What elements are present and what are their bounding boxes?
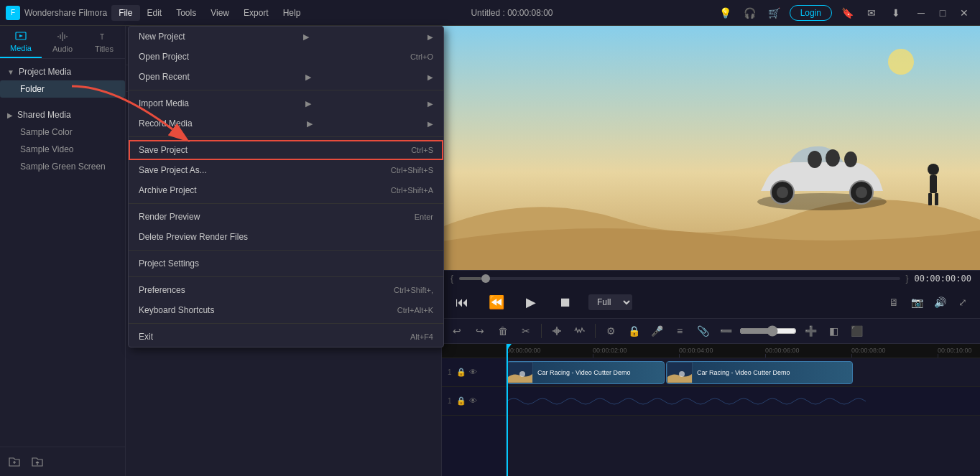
delete-button[interactable]: 🗑 bbox=[494, 322, 512, 340]
mic-icon[interactable]: 🎤 bbox=[647, 322, 666, 340]
track-label-video: 1 🔒 👁 bbox=[442, 358, 506, 387]
zoom-select[interactable]: Full 75% 50% 25% bbox=[588, 294, 632, 310]
video-track-1: Car Racing - Video Cutter Demo bbox=[507, 358, 980, 387]
tab-titles-label: Titles bbox=[95, 45, 114, 53]
add-folder-icon[interactable] bbox=[6, 453, 23, 470]
menu-save-project-as[interactable]: Save Project As... Ctrl+Shift+S bbox=[129, 160, 443, 180]
lock-icon[interactable]: 🔒 bbox=[624, 322, 643, 340]
menu-project-settings[interactable]: Project Settings bbox=[129, 253, 443, 274]
fit-icon[interactable]: ◧ bbox=[824, 322, 843, 340]
snap-icon[interactable] bbox=[547, 322, 566, 340]
minus-icon[interactable]: ➖ bbox=[716, 322, 735, 340]
export-folder-icon[interactable] bbox=[29, 453, 46, 470]
svg-point-13 bbox=[856, 187, 867, 198]
menu-save-project[interactable]: Save Project Ctrl+S bbox=[129, 140, 443, 160]
clip-thumb-2 bbox=[667, 362, 693, 383]
menu-keyboard-shortcuts[interactable]: Keyboard Shortcuts Ctrl+Alt+K bbox=[129, 300, 443, 320]
preview-add-icon[interactable]: 🖥 bbox=[885, 294, 902, 311]
track-audio-eye-icon[interactable]: 👁 bbox=[469, 396, 477, 406]
preview-timeline-slider[interactable] bbox=[459, 277, 900, 280]
fullscreen-icon[interactable]: ⤢ bbox=[954, 294, 971, 311]
mail-icon[interactable]: ✉ bbox=[862, 4, 881, 22]
tab-media[interactable]: Media bbox=[0, 26, 42, 58]
minimize-button[interactable]: ─ bbox=[911, 3, 931, 23]
project-media-label: Project Media bbox=[19, 67, 71, 77]
menu-edit[interactable]: Edit bbox=[140, 5, 170, 21]
shared-media-arrow: ▶ bbox=[7, 111, 13, 119]
window-controls: ─ □ ✕ bbox=[911, 3, 974, 23]
clip-thumb-svg-1 bbox=[508, 363, 532, 383]
plus-icon[interactable]: ➕ bbox=[801, 322, 820, 340]
tab-audio[interactable]: Audio bbox=[42, 26, 83, 58]
menu-exit[interactable]: Exit Alt+F4 bbox=[129, 327, 443, 347]
track-eye-icon[interactable]: 👁 bbox=[469, 368, 477, 377]
controls-bar: { } 00:00:00:00 ⏮ ⏪ ▶ ⏹ Full 75% 50% 25% bbox=[442, 270, 980, 319]
zoom-slider[interactable] bbox=[739, 325, 797, 337]
close-button[interactable]: ✕ bbox=[954, 3, 974, 23]
tab-titles[interactable]: T Titles bbox=[83, 26, 125, 58]
nav-item-sample-green[interactable]: Sample Green Screen bbox=[0, 158, 125, 175]
cart-icon[interactable]: 🛒 bbox=[765, 4, 784, 22]
menu-record-media[interactable]: Record Media ▶ bbox=[129, 113, 443, 134]
go-start-button[interactable]: ⏮ bbox=[450, 291, 473, 314]
caption-icon[interactable]: ≡ bbox=[670, 322, 689, 340]
redo-button[interactable]: ↪ bbox=[471, 322, 489, 340]
undo-button[interactable]: ↩ bbox=[448, 322, 466, 340]
nav-item-sample-color[interactable]: Sample Color bbox=[0, 123, 125, 141]
timeline-thumb bbox=[481, 274, 490, 283]
screenshot-icon[interactable]: 📷 bbox=[908, 294, 925, 311]
maximize-button[interactable]: □ bbox=[933, 3, 953, 23]
volume-icon[interactable]: 🔊 bbox=[931, 294, 948, 311]
svg-point-8 bbox=[888, 49, 914, 75]
bookmark-icon[interactable]: 🔖 bbox=[838, 4, 856, 22]
menu-help[interactable]: Help bbox=[276, 5, 308, 21]
play-button[interactable]: ▶ bbox=[519, 291, 542, 314]
clip-icon[interactable]: 📎 bbox=[693, 322, 712, 340]
waveform-icon[interactable] bbox=[570, 322, 589, 340]
track-audio-lock-icon[interactable]: 🔒 bbox=[456, 396, 466, 406]
menu-save-project-as-label: Save Project As... bbox=[139, 165, 207, 175]
menu-export[interactable]: Export bbox=[236, 5, 276, 21]
snap-svg bbox=[551, 325, 563, 337]
track-audio-number: 1 bbox=[448, 397, 452, 405]
download-icon[interactable]: ⬇ bbox=[887, 4, 905, 22]
step-back-button[interactable]: ⏪ bbox=[485, 291, 508, 314]
track-lock-icon[interactable]: 🔒 bbox=[456, 368, 466, 377]
stop-button[interactable]: ⏹ bbox=[554, 291, 577, 314]
menu-import-media[interactable]: Import Media ▶ bbox=[129, 93, 443, 113]
tl-clip-2[interactable]: Car Racing - Video Cutter Demo bbox=[666, 361, 853, 384]
menu-open-project[interactable]: Open Project Ctrl+O bbox=[129, 47, 443, 67]
login-button[interactable]: Login bbox=[790, 5, 832, 21]
menu-preferences[interactable]: Preferences Ctrl+Shift+, bbox=[129, 280, 443, 300]
menu-archive-project[interactable]: Archive Project Ctrl+Shift+A bbox=[129, 180, 443, 200]
headphone-icon[interactable]: 🎧 bbox=[741, 4, 759, 22]
left-tabs: Media Audio T Titles bbox=[0, 26, 125, 59]
menu-render-preview[interactable]: Render Preview Enter bbox=[129, 207, 443, 227]
timeline-toolbar: ↩ ↪ 🗑 ✂ ⚙ 🔒 � bbox=[442, 319, 980, 344]
menu-new-project[interactable]: New Project ▶ bbox=[129, 27, 443, 47]
audio-icon bbox=[57, 31, 68, 42]
timeline-ruler: 00:00:00:00 00:00:02:00 00:00:04:00 00:0… bbox=[507, 344, 980, 358]
left-panel: Media Audio T Titles ▼ Project Media Fol… bbox=[0, 26, 126, 476]
tl-clip-1[interactable]: Car Racing - Video Cutter Demo bbox=[507, 361, 665, 384]
playback-controls: ⏮ ⏪ ▶ ⏹ Full 75% 50% 25% 🖥 📷 🔊 ⤢ bbox=[442, 286, 980, 318]
tl-tracks: Car Racing - Video Cutter Demo bbox=[507, 358, 980, 416]
save-project-as-shortcut: Ctrl+Shift+S bbox=[391, 166, 433, 174]
timeline-content: 1 🔒 👁 1 🔒 👁 bbox=[442, 344, 980, 476]
menu-view[interactable]: View bbox=[203, 5, 236, 21]
svg-point-16 bbox=[844, 151, 857, 167]
project-media-header[interactable]: ▼ Project Media bbox=[0, 63, 125, 80]
nav-item-folder[interactable]: Folder bbox=[0, 80, 125, 98]
shared-media-header[interactable]: ▶ Shared Media bbox=[0, 106, 125, 123]
settings-icon[interactable]: ⚙ bbox=[601, 322, 620, 340]
menu-delete-render[interactable]: Delete Preview Render Files bbox=[129, 227, 443, 247]
menu-file[interactable]: File bbox=[111, 5, 139, 21]
timeline-settings-icon[interactable]: ⬛ bbox=[847, 322, 866, 340]
menu-divider-3 bbox=[129, 203, 443, 204]
bulb-icon[interactable]: 💡 bbox=[716, 4, 735, 22]
menu-open-recent[interactable]: Open Recent ▶ bbox=[129, 67, 443, 87]
nav-item-sample-video[interactable]: Sample Video bbox=[0, 141, 125, 158]
menu-tools[interactable]: Tools bbox=[169, 5, 203, 21]
cut-button[interactable]: ✂ bbox=[517, 322, 535, 340]
menu-open-recent-label: Open Recent bbox=[139, 72, 190, 82]
